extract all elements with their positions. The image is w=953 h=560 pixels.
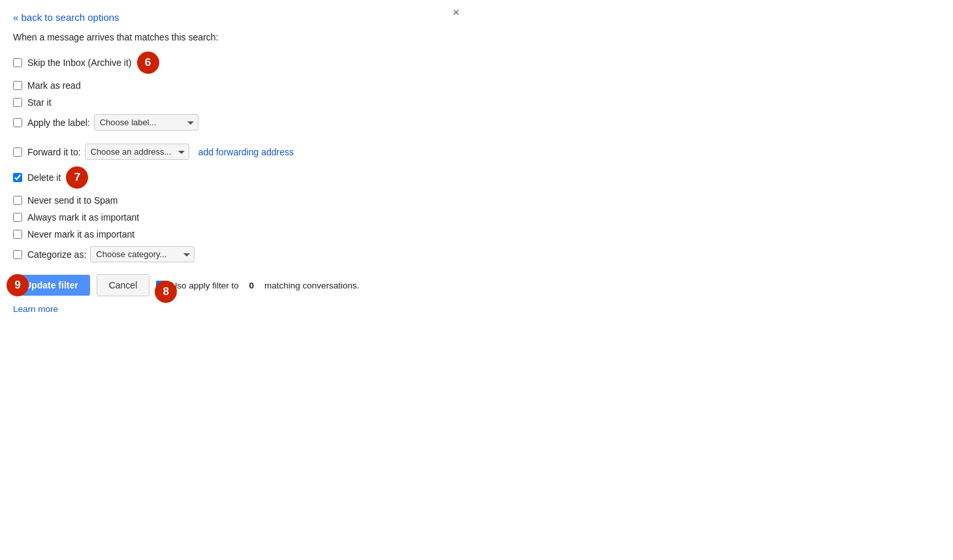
footer-row: 9 Update filter Cancel 8 Also apply filt… bbox=[13, 274, 454, 296]
checkbox-never-important[interactable] bbox=[13, 230, 22, 239]
checkbox-star-it[interactable] bbox=[13, 98, 22, 107]
intro-text: When a message arrives that matches this… bbox=[13, 32, 454, 42]
back-link[interactable]: « back to search options bbox=[13, 12, 119, 23]
also-apply-text: Also apply filter to bbox=[169, 281, 239, 290]
option-row-star-it: Star it bbox=[13, 97, 454, 108]
label-mark-as-read: Mark as read bbox=[27, 80, 81, 91]
badge-9: 9 bbox=[7, 274, 29, 296]
option-row-skip-inbox: Skip the Inbox (Archive it) 6 bbox=[13, 52, 454, 74]
add-forwarding-address-link[interactable]: add forwarding address bbox=[198, 147, 294, 157]
label-never-spam: Never send it to Spam bbox=[27, 195, 118, 206]
label-always-important: Always mark it as important bbox=[27, 212, 139, 223]
label-forward-it: Forward it to: bbox=[27, 147, 81, 157]
option-row-mark-as-read: Mark as read bbox=[13, 80, 454, 91]
select-category[interactable]: Choose category... bbox=[90, 246, 195, 262]
checkbox-always-important[interactable] bbox=[13, 213, 22, 222]
filter-dialog: × « back to search options When a messag… bbox=[0, 0, 470, 327]
option-row-delete: Delete it 7 bbox=[13, 166, 454, 189]
option-row-forward: Forward it to: Choose an address... add … bbox=[13, 144, 454, 160]
checkbox-delete-it[interactable] bbox=[13, 173, 22, 182]
checkbox-categorize[interactable] bbox=[13, 250, 22, 259]
badge-6: 6 bbox=[137, 52, 159, 74]
option-row-categorize: Categorize as: Choose category... bbox=[13, 246, 454, 262]
option-row-always-important: Always mark it as important bbox=[13, 212, 454, 223]
checkbox-forward-it[interactable] bbox=[13, 148, 22, 157]
badge-8: 8 bbox=[155, 281, 177, 303]
label-delete-it: Delete it bbox=[27, 172, 61, 183]
cancel-button[interactable]: Cancel bbox=[97, 274, 150, 296]
footer: 9 Update filter Cancel 8 Also apply filt… bbox=[13, 274, 454, 314]
option-row-never-spam: Never send it to Spam bbox=[13, 195, 454, 206]
label-categorize: Categorize as: bbox=[27, 249, 86, 260]
badge-7: 7 bbox=[66, 166, 88, 189]
select-address[interactable]: Choose an address... bbox=[85, 144, 189, 160]
also-apply-label: 8 Also apply filter to 0 matching conver… bbox=[156, 281, 359, 290]
label-star-it: Star it bbox=[27, 97, 52, 108]
option-row-apply-label: Apply the label: Choose label... bbox=[13, 114, 454, 131]
checkbox-never-spam[interactable] bbox=[13, 196, 22, 205]
learn-more-link[interactable]: Learn more bbox=[13, 304, 58, 314]
label-apply-label: Apply the label: bbox=[27, 117, 90, 128]
checkbox-apply-label[interactable] bbox=[13, 118, 22, 127]
label-skip-inbox: Skip the Inbox (Archive it) bbox=[27, 57, 132, 68]
checkbox-mark-as-read[interactable] bbox=[13, 81, 22, 90]
also-apply-suffix: matching conversations. bbox=[264, 281, 360, 290]
checkbox-skip-inbox[interactable] bbox=[13, 58, 22, 67]
match-count: 0 bbox=[249, 281, 255, 290]
option-row-never-important: Never mark it as important bbox=[13, 229, 454, 240]
label-never-important: Never mark it as important bbox=[27, 229, 134, 240]
close-button[interactable]: × bbox=[452, 7, 460, 18]
select-label[interactable]: Choose label... bbox=[94, 114, 198, 131]
